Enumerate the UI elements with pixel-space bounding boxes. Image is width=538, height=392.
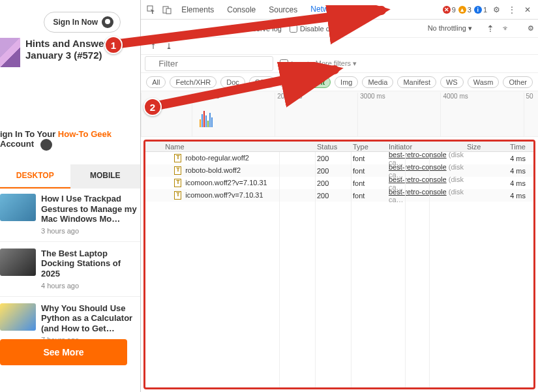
sign-in-now-button[interactable]: Sign In Now (44, 12, 121, 33)
network-requests-table: Name Status Type Initiator Size Time rob… (143, 140, 535, 389)
device-toolbar-icon[interactable] (160, 3, 173, 16)
type-wasm[interactable]: Wasm (468, 76, 500, 88)
type-font[interactable]: Font (303, 76, 331, 88)
website-pane: Sign In Now Hints and Answers January 3 … (0, 0, 141, 392)
invert-checkbox[interactable]: Invert (280, 59, 309, 68)
kebab-menu-icon[interactable]: ⋮ (505, 3, 518, 16)
tick-label: 3000 ms (357, 93, 440, 137)
table-row[interactable]: roboto-regular.woff2 200 font best-retro… (145, 152, 533, 164)
table-header: Name Status Type Initiator Size Time (145, 142, 533, 152)
upload-har-icon[interactable]: ⤒ (150, 42, 157, 51)
close-icon[interactable]: ✕ (521, 3, 534, 16)
resource-type-chips: All Fetch/XHR Doc CSS JS Font Img Media … (141, 73, 538, 91)
tab-mobile[interactable]: MOBILE (70, 164, 141, 188)
throttling-dropdown[interactable]: No throttling ▾ (428, 24, 472, 33)
timeline-bars (200, 111, 219, 127)
panel-sources[interactable]: Sources (263, 1, 303, 18)
font-file-icon (174, 191, 181, 200)
preserve-log-checkbox[interactable]: Preserve log (231, 25, 282, 33)
feed-age: 3 hours ago (41, 227, 140, 235)
type-media[interactable]: Media (362, 76, 393, 88)
initiator-link[interactable]: best-retro-console (389, 151, 447, 158)
type-all[interactable]: All (146, 76, 166, 88)
type-css[interactable]: CSS (249, 76, 276, 88)
type-fetchxhr[interactable]: Fetch/XHR (170, 76, 217, 88)
annotation-circle-2: 2 (143, 98, 162, 116)
col-size[interactable]: Size (467, 143, 501, 151)
see-more-button[interactable]: See More (0, 339, 127, 365)
feed-item[interactable]: The Best Laptop Docking Stations of 2025… (0, 241, 140, 296)
col-type[interactable]: Type (353, 143, 389, 151)
col-name[interactable]: Name (145, 143, 317, 151)
font-file-icon (174, 154, 181, 162)
type-doc[interactable]: Doc (220, 76, 245, 88)
network-toolbar-2: ⤒ ⤓ (141, 38, 538, 55)
devtools-pane: Elements Console Sources Network » ✕9 ▲3… (141, 0, 538, 392)
network-filter-bar: ▿ Invert More filters ▾ (141, 55, 538, 73)
network-timeline[interactable]: 1000 ms 2000 ms 3000 ms 4000 ms 50 (141, 91, 538, 137)
error-badge[interactable]: ✕9 (443, 6, 456, 14)
inspect-element-icon[interactable] (145, 3, 158, 16)
tick-label: 4000 ms (440, 93, 523, 137)
panel-console[interactable]: Console (222, 1, 261, 18)
panel-elements[interactable]: Elements (176, 1, 219, 18)
panel-network[interactable]: Network (305, 1, 344, 19)
article-feed: How I Use Trackpad Gestures to Manage my… (0, 187, 140, 350)
feed-title: Why You Should Use Python as a Calculato… (41, 303, 140, 334)
tab-desktop[interactable]: DESKTOP (0, 164, 70, 188)
warning-badge[interactable]: ▲3 (458, 6, 471, 14)
hero-thumbnail (0, 38, 20, 67)
feed-title: The Best Laptop Docking Stations of 2025 (41, 249, 140, 279)
table-row[interactable]: icomoon.woff2?v=7.10.31 200 font best-re… (145, 177, 533, 189)
col-status[interactable]: Status (317, 143, 353, 151)
type-manifest[interactable]: Manifest (397, 76, 436, 88)
font-file-icon (174, 166, 181, 175)
initiator-link[interactable]: best-retro-console (389, 175, 447, 183)
table-row[interactable]: roboto-bold.woff2 200 font best-retro-co… (145, 164, 533, 177)
tick-label: 50 (524, 93, 538, 137)
col-initiator[interactable]: Initiator (389, 143, 467, 151)
feed-thumbnail (0, 303, 36, 331)
more-panels-icon[interactable]: » (347, 3, 360, 16)
devtools-panel-tabs: Elements Console Sources Network » ✕9 ▲3… (141, 0, 538, 20)
disable-cache-checkbox[interactable]: Disable cache (290, 25, 345, 33)
annotation-circle-1: 1 (104, 36, 123, 54)
feed-age: 4 hours ago (41, 282, 140, 290)
svg-rect-2 (166, 8, 171, 14)
info-badge[interactable]: i1 (474, 6, 487, 14)
signin-suffix: Account (0, 139, 34, 149)
tick-label: 2000 ms (275, 93, 357, 137)
type-ws[interactable]: WS (440, 76, 464, 88)
more-filters-dropdown[interactable]: More filters ▾ (316, 59, 357, 68)
feed-thumbnail (0, 249, 36, 276)
initiator-link[interactable]: best-retro-console (389, 188, 447, 196)
font-file-icon (174, 179, 181, 187)
sign-in-now-label: Sign In Now (53, 18, 98, 27)
network-toolbar: Preserve log Disable cache No throttling… (141, 20, 538, 38)
download-har-icon[interactable]: ⤓ (166, 42, 172, 51)
type-js[interactable]: JS (279, 76, 299, 88)
platform-tabs: DESKTOP MOBILE (0, 164, 140, 188)
hero-title: Hints and Answers January 3 (#572) (25, 38, 140, 61)
feed-title: How I Use Trackpad Gestures to Manage my… (41, 194, 140, 224)
settings-gear-icon[interactable]: ⚙ (490, 3, 503, 16)
user-circle-icon (40, 139, 52, 151)
network-settings-gear-icon[interactable]: ⚙ (528, 24, 534, 33)
table-row[interactable]: icomoon.woff?v=7.10.31 200 font best-ret… (145, 189, 533, 202)
type-img[interactable]: Img (335, 76, 358, 88)
filter-input[interactable] (145, 56, 273, 71)
brand-name: How-To Geek (58, 129, 112, 139)
feed-thumbnail (0, 194, 36, 221)
type-other[interactable]: Other (503, 76, 533, 88)
feed-item[interactable]: How I Use Trackpad Gestures to Manage my… (0, 187, 140, 241)
signin-prefix: ign In To Your (0, 129, 58, 139)
sign-in-account-line[interactable]: ign In To Your How-To Geek Account (0, 129, 140, 151)
wifi-icon[interactable]: ⇡ (486, 23, 494, 34)
col-time[interactable]: Time (501, 143, 533, 151)
network-conditions-icon[interactable]: ᯤ (502, 23, 511, 33)
initiator-link[interactable]: best-retro-console (389, 163, 447, 171)
user-circle-icon (102, 16, 113, 28)
